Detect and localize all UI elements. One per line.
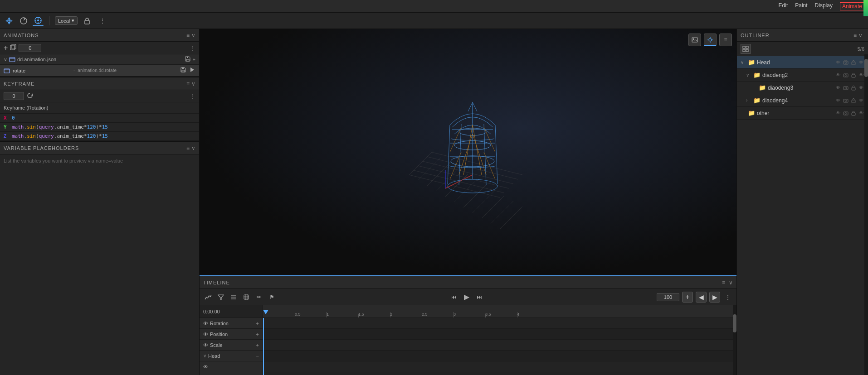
head-eye2-icon[interactable]: 👁: [858, 59, 864, 66]
animations-collapse[interactable]: ≡: [186, 32, 190, 38]
keyframe-expand-toggle[interactable]: ∨: [191, 81, 195, 87]
anim-item-play-icon[interactable]: [189, 67, 195, 74]
animations-number-input[interactable]: [19, 44, 41, 52]
tl-add-btn[interactable]: +: [682, 292, 693, 303]
toolbar-icon-move[interactable]: [4, 15, 15, 26]
keyframe-header: KEYFRAME ≡ ∨: [0, 77, 199, 90]
extra-eye-icon[interactable]: 👁: [203, 364, 208, 370]
anim-item-save-icon[interactable]: [180, 67, 186, 74]
timeline-track-area[interactable]: 0.5 1 1.5 2 2.5 3 3.5 4: [263, 305, 736, 375]
menu-animate[interactable]: Animate: [840, 2, 864, 10]
tl-prev-btn[interactable]: ◀: [696, 292, 707, 303]
toolbar-icon-target[interactable]: [33, 15, 44, 26]
diaodeng3-eye2-icon[interactable]: 👁: [858, 85, 864, 91]
other-lock-icon[interactable]: [850, 110, 857, 116]
diaodeng2-camera-icon[interactable]: [843, 72, 849, 78]
toolbar-more-icon[interactable]: ⋮: [97, 15, 108, 27]
rotation-add-icon[interactable]: +: [256, 321, 259, 326]
animations-expand-toggle[interactable]: ∨: [191, 32, 195, 38]
viewport-menu-icon[interactable]: ≡: [719, 34, 732, 46]
tl-skip-back-icon[interactable]: ⏮: [449, 292, 459, 302]
menu-paint[interactable]: Paint: [795, 2, 807, 10]
anim-copy-icon[interactable]: [10, 43, 17, 52]
outliner-item-head[interactable]: ∨ 📁 Head 👁 👁: [737, 56, 868, 69]
diaodeng4-eye2-icon[interactable]: 👁: [858, 97, 864, 104]
diaodeng3-eye-icon[interactable]: 👁: [835, 85, 841, 91]
anim-save-icon[interactable]: [185, 56, 191, 63]
other-eye-icon[interactable]: 👁: [835, 110, 841, 116]
anim-add-file-icon[interactable]: +: [193, 57, 195, 62]
outliner-collapse[interactable]: ≡: [853, 32, 857, 38]
head-lock-icon[interactable]: [850, 59, 857, 66]
diaodeng2-chevron-down[interactable]: ∨: [746, 72, 751, 77]
anim-more-icon[interactable]: ⋮: [190, 45, 195, 51]
keyframe-collapse[interactable]: ≡: [186, 81, 190, 87]
toolbar-lock-icon[interactable]: [81, 15, 93, 27]
timeline-frame-input[interactable]: [657, 293, 679, 301]
outliner-item-diaodeng3[interactable]: 📁 diaodeng3 👁 👁: [737, 82, 868, 94]
menu-display[interactable]: Display: [815, 2, 833, 10]
tl-skip-forward-icon[interactable]: ⏭: [474, 292, 484, 302]
toolbar-local-dropdown[interactable]: Local ▾: [55, 16, 78, 25]
diaodeng4-lock-icon[interactable]: [850, 97, 857, 104]
diaodeng4-eye-icon[interactable]: 👁: [835, 97, 841, 104]
tl-chart-icon[interactable]: [203, 292, 213, 302]
menu-edit[interactable]: Edit: [779, 2, 788, 10]
tl-next-btn[interactable]: ▶: [709, 292, 720, 303]
anim-expand-icon[interactable]: ∨: [4, 57, 7, 62]
tl-align-icon[interactable]: [229, 292, 239, 302]
svg-point-90: [845, 112, 847, 114]
toolbar-icon-rotate[interactable]: [18, 15, 29, 26]
outliner-item-diaodeng2[interactable]: ∨ 📁 diaodeng2 👁 👁: [737, 69, 868, 82]
scale-eye-icon[interactable]: 👁: [203, 342, 208, 348]
tl-filter-icon[interactable]: [216, 292, 226, 302]
diaodeng2-eye2-icon[interactable]: 👁: [858, 72, 864, 78]
var-expand-toggle[interactable]: ∨: [191, 145, 195, 151]
tl-pencil-icon[interactable]: ✏: [254, 292, 264, 302]
other-actions: 👁 👁: [835, 110, 864, 116]
other-eye2-icon[interactable]: 👁: [858, 110, 864, 116]
head-eye-icon[interactable]: 👁: [835, 59, 841, 66]
timeline-collapse[interactable]: ≡: [722, 279, 725, 286]
svg-line-26: [409, 152, 432, 175]
timeline-expand-toggle[interactable]: ∨: [729, 279, 733, 286]
outliner-scrollbar-thumb[interactable]: [864, 59, 868, 77]
keyframe-more-icon[interactable]: ⋮: [190, 93, 195, 99]
viewport-image-icon[interactable]: [688, 34, 701, 46]
viewport-sun-icon[interactable]: [704, 34, 717, 46]
outliner-view-icon[interactable]: [741, 44, 751, 54]
scale-add-icon[interactable]: +: [256, 342, 259, 348]
rotation-eye-icon[interactable]: 👁: [203, 321, 208, 326]
keyframe-reset-icon[interactable]: [27, 92, 33, 100]
grid-floor: [409, 152, 522, 229]
keyframe-number-input[interactable]: [4, 92, 24, 100]
diaodeng3-camera-icon[interactable]: [843, 85, 849, 91]
anim-add-icon[interactable]: +: [4, 44, 8, 52]
other-camera-icon[interactable]: [843, 110, 849, 116]
head-chevron-down[interactable]: ∨: [741, 60, 746, 65]
tl-vertical-scrollbar[interactable]: [733, 305, 736, 375]
svg-point-81: [845, 74, 847, 76]
svg-rect-73: [743, 46, 745, 48]
diaodeng4-chevron-right[interactable]: ›: [746, 98, 751, 103]
diaodeng4-camera-icon[interactable]: [843, 97, 849, 104]
outliner-expand-toggle[interactable]: ∨: [858, 32, 863, 38]
tl-more-icon[interactable]: ⋮: [723, 292, 733, 302]
diaodeng2-lock-icon[interactable]: [850, 72, 857, 78]
tl-scrollbar-thumb[interactable]: [733, 314, 736, 332]
var-collapse[interactable]: ≡: [186, 145, 190, 151]
tl-play-icon[interactable]: ▶: [462, 292, 472, 302]
outliner-item-diaodeng4[interactable]: › 📁 diaodeng4 👁 👁: [737, 94, 868, 107]
diaodeng3-lock-icon[interactable]: [850, 85, 857, 91]
outliner-scrollbar[interactable]: [864, 54, 868, 375]
position-add-icon[interactable]: +: [256, 332, 259, 337]
head-expand-icon[interactable]: ∨: [203, 353, 206, 358]
diaodeng2-eye-icon[interactable]: 👁: [835, 72, 841, 78]
tl-keyframe-icon[interactable]: [241, 292, 251, 302]
viewport[interactable]: ≡: [200, 29, 736, 275]
tl-flag-icon[interactable]: ⚑: [267, 292, 277, 302]
outliner-item-other[interactable]: 📁 other 👁 👁: [737, 107, 868, 120]
head-camera-icon[interactable]: [843, 59, 849, 66]
head-minus-icon[interactable]: −: [256, 353, 259, 359]
position-eye-icon[interactable]: 👁: [203, 332, 208, 337]
